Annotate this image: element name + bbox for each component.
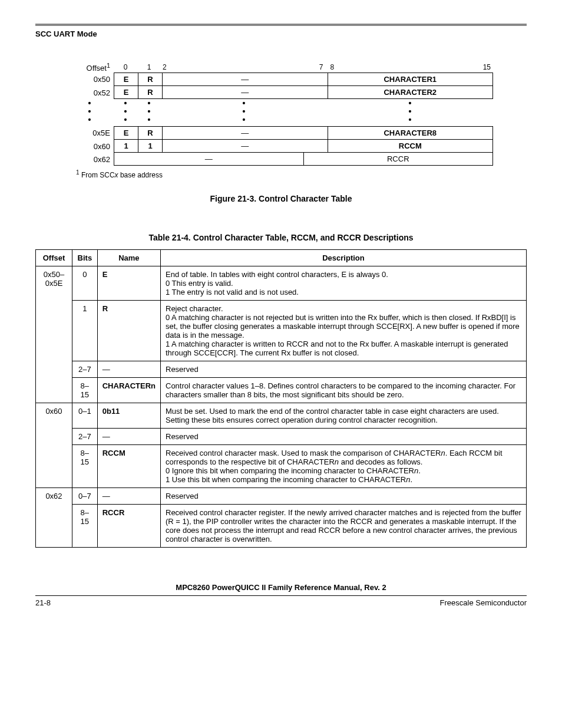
name-cell: RCCR xyxy=(304,153,494,166)
td-name: RCCM xyxy=(97,445,160,488)
td-name: — xyxy=(97,488,160,505)
offset-cell: 0x5E xyxy=(69,129,114,137)
td-desc: Control character values 1–8. Defines co… xyxy=(161,378,527,403)
td-name: — xyxy=(97,361,160,378)
footer-row: 21-8 Freescale Semiconductor xyxy=(35,598,527,607)
r-cell: R xyxy=(138,86,163,99)
td-desc: Reject character. 0 A matching character… xyxy=(161,301,527,361)
td-name: 0b11 xyxy=(97,403,160,429)
bit-0: 0 xyxy=(114,63,137,71)
td-desc: Received control character register. If … xyxy=(161,505,527,548)
td-desc: Must be set. Used to mark the end of the… xyxy=(161,403,527,429)
name-cell: CHARACTER2 xyxy=(328,86,494,99)
td-bits: 1 xyxy=(72,301,97,361)
td-bits: 8–15 xyxy=(72,378,97,403)
r-cell: R xyxy=(138,73,163,86)
footnote-sup: 1 xyxy=(76,169,80,176)
bit-7: 7 xyxy=(174,63,327,71)
td-bits: 2–7 xyxy=(72,361,97,378)
table-row: 0x62 0–7 — Reserved xyxy=(36,488,527,505)
td-desc: Reserved xyxy=(161,429,527,445)
description-table: Offset Bits Name Description 0x50–0x5E 0… xyxy=(35,249,527,548)
table-caption: Table 21-4. Control Character Table, RCC… xyxy=(35,233,527,242)
figure-footnote: 1 From SCCx base address xyxy=(76,169,493,179)
r-cell: 1 xyxy=(138,140,163,153)
th-desc: Description xyxy=(161,250,527,266)
td-bits: 0–1 xyxy=(72,403,97,429)
table-row: 2–7 — Reserved xyxy=(36,361,527,378)
td-name: R xyxy=(97,301,160,361)
figure-wrap: Offset1 0 1 2 7 8 15 0x50 E R — CHARACTE… xyxy=(35,62,527,179)
td-bits: 8–15 xyxy=(72,445,97,488)
dots-row: • • • • • xyxy=(69,116,493,124)
bit-8: 8 xyxy=(327,63,342,71)
table-row: 0x50–0x5E 0 E End of table. In tables wi… xyxy=(36,266,527,301)
th-offset: Offset xyxy=(36,250,72,266)
td-desc: End of table. In tables with eight contr… xyxy=(161,266,527,301)
td-name: CHARACTERn xyxy=(97,378,160,403)
th-bits: Bits xyxy=(72,250,97,266)
offset-cell: 0x62 xyxy=(69,155,114,164)
table-row: 1 R Reject character. 0 A matching chara… xyxy=(36,301,527,361)
offset-cell: 0x60 xyxy=(69,142,114,151)
footnote-text: base address xyxy=(118,171,163,179)
dash-cell: — xyxy=(163,73,328,86)
page-number: 21-8 xyxy=(35,598,51,607)
td-name: — xyxy=(97,429,160,445)
td-desc: Reserved xyxy=(161,361,527,378)
offset-label: Offset xyxy=(87,64,107,73)
td-bits: 0–7 xyxy=(72,488,97,505)
td-name: E xyxy=(97,266,160,301)
fig-row-0x62: 0x62 — RCCR xyxy=(69,153,493,166)
td-desc: Received control character mask. Used to… xyxy=(161,445,527,488)
bit-15: 15 xyxy=(342,63,494,71)
dash-cell: — xyxy=(163,126,328,140)
bit-2: 2 xyxy=(161,63,174,71)
footnote-text: From SCC xyxy=(81,171,115,179)
td-bits: 0 xyxy=(72,266,97,301)
table-row: 0x60 0–1 0b11 Must be set. Used to mark … xyxy=(36,403,527,429)
footer-manual: MPC8260 PowerQUICC II Family Reference M… xyxy=(35,583,527,592)
footer-rule xyxy=(35,595,527,596)
company-name: Freescale Semiconductor xyxy=(440,598,527,607)
bit-1: 1 xyxy=(137,63,161,71)
table-row: 8–15 RCCM Received control character mas… xyxy=(36,445,527,488)
fig-row-0x60: 0x60 1 1 — RCCM xyxy=(69,140,493,153)
name-cell: CHARACTER8 xyxy=(328,126,494,140)
td-offset: 0x60 xyxy=(36,403,72,488)
name-cell: RCCM xyxy=(328,140,494,153)
table-row: 2–7 — Reserved xyxy=(36,429,527,445)
table-row: 8–15 CHARACTERn Control character values… xyxy=(36,378,527,403)
td-offset: 0x50–0x5E xyxy=(36,266,72,403)
dots-row: • • • • • xyxy=(69,99,493,107)
td-bits: 8–15 xyxy=(72,505,97,548)
dash-cell: — xyxy=(163,86,328,99)
fig-row-0x50: 0x50 E R — CHARACTER1 xyxy=(69,73,493,86)
table-row: 8–15 RCCR Received control character reg… xyxy=(36,505,527,548)
figure-caption: Figure 21-3. Control Character Table xyxy=(35,194,527,203)
e-cell: E xyxy=(114,73,138,86)
dots-row: • • • • • xyxy=(69,107,493,116)
dash-cell: — xyxy=(163,140,328,153)
e-cell: 1 xyxy=(114,140,138,153)
name-cell: CHARACTER1 xyxy=(328,73,494,86)
bit-label-row: Offset1 0 1 2 7 8 15 xyxy=(69,62,493,73)
table-header-row: Offset Bits Name Description xyxy=(36,250,527,266)
dash-cell: — xyxy=(114,153,304,166)
th-name: Name xyxy=(97,250,160,266)
td-desc: Reserved xyxy=(161,488,527,505)
td-name: RCCR xyxy=(97,505,160,548)
fig-row-0x5e: 0x5E E R — CHARACTER8 xyxy=(69,126,493,140)
r-cell: R xyxy=(138,126,163,140)
e-cell: E xyxy=(114,86,138,99)
offset-cell: 0x50 xyxy=(69,75,114,84)
offset-sup: 1 xyxy=(107,62,110,69)
td-offset: 0x62 xyxy=(36,488,72,548)
offset-cell: 0x52 xyxy=(69,88,114,97)
top-rule xyxy=(35,24,527,26)
fig-row-0x52: 0x52 E R — CHARACTER2 xyxy=(69,86,493,99)
td-bits: 2–7 xyxy=(72,429,97,445)
e-cell: E xyxy=(114,126,138,140)
section-title: SCC UART Mode xyxy=(35,29,527,38)
